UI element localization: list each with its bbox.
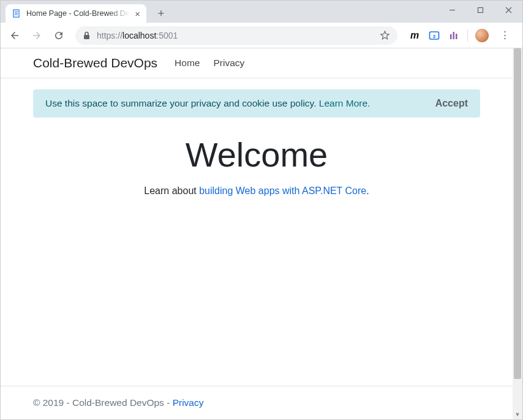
profile-avatar[interactable] bbox=[475, 29, 489, 42]
lead-link[interactable]: building Web apps with ASP.NET Core bbox=[199, 186, 366, 196]
svg-rect-13 bbox=[456, 34, 457, 39]
svg-rect-8 bbox=[84, 35, 89, 39]
toolbar-separator bbox=[467, 29, 468, 42]
main-content: Use this space to summarize your privacy… bbox=[1, 78, 513, 386]
lead-text: Learn about building Web apps with ASP.N… bbox=[33, 186, 480, 197]
nav-link-home[interactable]: Home bbox=[175, 58, 200, 69]
svg-rect-11 bbox=[450, 34, 452, 39]
new-tab-button[interactable]: + bbox=[152, 4, 170, 23]
bookmark-star-icon[interactable] bbox=[380, 30, 390, 40]
extension-m-icon[interactable]: m bbox=[408, 29, 421, 42]
viewport: Cold-Brewed DevOps Home Privacy Use this… bbox=[1, 48, 522, 419]
footer-text: © 2019 - Cold-Brewed DevOps - bbox=[33, 397, 173, 408]
brand-link[interactable]: Cold-Brewed DevOps bbox=[33, 56, 157, 70]
site-navbar: Cold-Brewed DevOps Home Privacy bbox=[1, 48, 513, 78]
reload-button[interactable] bbox=[50, 26, 68, 45]
scroll-down-arrow-icon[interactable]: ▼ bbox=[513, 410, 522, 419]
browser-tab[interactable]: Home Page - Cold-Brewed DevOps × bbox=[6, 4, 146, 23]
extension-icons: m 3 ⋮ bbox=[405, 29, 517, 42]
browser-titlebar: Home Page - Cold-Brewed DevOps × + bbox=[1, 1, 522, 23]
page-content: Cold-Brewed DevOps Home Privacy Use this… bbox=[1, 48, 513, 419]
close-window-button[interactable] bbox=[494, 1, 522, 19]
page-title: Welcome bbox=[33, 135, 480, 174]
hero: Welcome Learn about building Web apps wi… bbox=[33, 135, 480, 197]
lead-suffix: . bbox=[366, 186, 369, 196]
alert-period: . bbox=[367, 98, 370, 108]
url-text: https://localhost:5001 bbox=[97, 31, 374, 40]
favicon-icon bbox=[12, 9, 21, 18]
cookie-alert: Use this space to summarize your privacy… bbox=[33, 89, 480, 118]
browser-menu-button[interactable]: ⋮ bbox=[496, 29, 514, 42]
svg-rect-5 bbox=[478, 7, 483, 12]
address-bar[interactable]: https://localhost:5001 bbox=[75, 26, 397, 45]
alert-message: Use this space to summarize your privacy… bbox=[45, 98, 370, 109]
vertical-scrollbar[interactable]: ▼ bbox=[513, 48, 522, 419]
scrollbar-thumb[interactable] bbox=[514, 48, 521, 379]
window-controls bbox=[438, 1, 522, 19]
site-footer: © 2019 - Cold-Brewed DevOps - Privacy bbox=[1, 386, 513, 419]
back-button[interactable] bbox=[6, 26, 24, 45]
close-tab-icon[interactable]: × bbox=[135, 9, 140, 19]
svg-text:3: 3 bbox=[433, 33, 436, 39]
nav-link-privacy[interactable]: Privacy bbox=[213, 58, 244, 69]
alert-text: Use this space to summarize your privacy… bbox=[45, 98, 319, 108]
footer-privacy-link[interactable]: Privacy bbox=[173, 397, 204, 408]
tab-title: Home Page - Cold-Brewed DevOps bbox=[26, 9, 130, 18]
browser-toolbar: https://localhost:5001 m 3 ⋮ bbox=[1, 23, 522, 48]
svg-rect-12 bbox=[453, 32, 455, 39]
maximize-button[interactable] bbox=[466, 1, 494, 19]
nav-links: Home Privacy bbox=[175, 58, 244, 69]
minimize-button[interactable] bbox=[438, 1, 466, 19]
learn-more-link[interactable]: Learn More bbox=[319, 98, 367, 108]
forward-button[interactable] bbox=[28, 26, 46, 45]
extension-card-icon[interactable]: 3 bbox=[428, 29, 440, 42]
lock-icon bbox=[83, 31, 91, 40]
page-scroll: Cold-Brewed DevOps Home Privacy Use this… bbox=[1, 48, 513, 419]
extension-bars-icon[interactable] bbox=[448, 29, 460, 42]
lead-prefix: Learn about bbox=[144, 186, 199, 196]
accept-button[interactable]: Accept bbox=[435, 98, 468, 109]
